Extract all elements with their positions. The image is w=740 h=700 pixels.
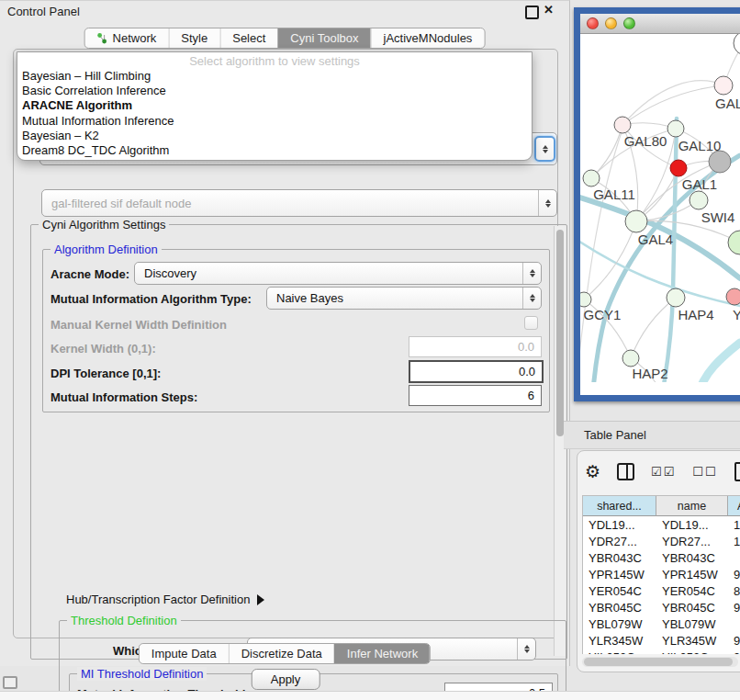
- hub-definition-toggle[interactable]: Hub/Transcription Factor Definition: [66, 593, 264, 606]
- dpi-tolerance-label: DPI Tolerance [0,1]:: [50, 367, 161, 380]
- dropdown-option[interactable]: Bayesian – K2: [17, 129, 532, 143]
- tab-network[interactable]: Network: [85, 28, 169, 48]
- column-header[interactable]: A: [728, 496, 740, 516]
- aracne-mode-label: Aracne Mode:: [50, 267, 129, 281]
- network-node-hap4[interactable]: [667, 288, 685, 307]
- close-panel-icon[interactable]: ✕: [544, 3, 554, 17]
- zoom-window-icon[interactable]: [623, 17, 635, 29]
- network-node[interactable]: [734, 34, 740, 55]
- float-panel-icon[interactable]: [525, 6, 539, 19]
- screenshot-stage: Control Panel ✕ NetworkStyleSelectCyni T…: [0, 0, 740, 700]
- table-cell: 13: [728, 516, 740, 533]
- cyni-algorithm-settings-group: Cyni Algorithm Settings Algorithm Defini…: [30, 224, 567, 660]
- dropdown-option[interactable]: Dream8 DC_TDC Algorithm: [17, 143, 532, 158]
- mi-steps-label: Mutual Information Steps:: [50, 390, 197, 404]
- scrollbar-thumb[interactable]: [584, 658, 733, 666]
- network-node-gal[interactable]: [714, 76, 733, 95]
- window-titlebar[interactable]: [580, 14, 740, 34]
- network-node-gal80[interactable]: [614, 117, 631, 133]
- gear-icon[interactable]: ⚙: [585, 463, 600, 480]
- network-node-gcy1[interactable]: [580, 292, 591, 307]
- aracne-mode-select[interactable]: Discovery: [134, 262, 542, 285]
- table-cell: YIL052C: [656, 649, 728, 654]
- network-canvas[interactable]: GALGAL80GAL10GAL1GAL11SWI4GAL4GCY1HAP4YH…: [580, 34, 740, 382]
- node-label: GAL10: [678, 138, 722, 153]
- combo-stepper-icon[interactable]: [522, 263, 541, 284]
- columns-icon[interactable]: [617, 463, 634, 480]
- algorithm-dropdown-popup: Select algorithm to view settings Bayesi…: [17, 51, 533, 161]
- close-window-icon[interactable]: [587, 17, 599, 29]
- table-cell: [728, 549, 740, 566]
- tab-discretize-data[interactable]: Discretize Data: [229, 644, 334, 663]
- table-row[interactable]: YLR345WYLR345W9.: [583, 632, 740, 649]
- table-row[interactable]: YBR043CYBR043C: [583, 549, 740, 566]
- dpi-tolerance-field[interactable]: 0.0: [409, 360, 544, 383]
- control-panel-title: Control Panel: [7, 5, 80, 18]
- kernel-width-field: 0.0: [409, 336, 542, 357]
- table-toolbar: ⚙ ☑☑ ☐☐: [585, 462, 740, 481]
- dropdown-option[interactable]: Bayesian – Hill Climbing: [17, 69, 532, 84]
- table-row[interactable]: YDR27...YDR27...12: [583, 533, 740, 549]
- network-node-gal10[interactable]: [667, 120, 684, 137]
- network-node-y[interactable]: [726, 288, 740, 305]
- network-node-swi4[interactable]: [690, 191, 708, 209]
- checked-columns-icon[interactable]: ☑☑: [651, 465, 676, 479]
- table-cell: [728, 615, 740, 632]
- status-strip: [0, 691, 740, 700]
- network-node-gal4[interactable]: [625, 210, 647, 232]
- table-horizontal-scrollbar[interactable]: [582, 657, 738, 667]
- manual-kernel-width-label: Manual Kernel Width Definition: [50, 318, 227, 332]
- node-label: HAP4: [678, 307, 713, 322]
- network-node-hap2[interactable]: [622, 350, 639, 367]
- node-label: GAL80: [624, 133, 667, 149]
- table-header-row: shared...nameA: [583, 496, 740, 516]
- table-row[interactable]: YPR145WYPR145W9.: [583, 566, 740, 582]
- node-table[interactable]: shared...nameA YDL19...YDL19...13YDR27..…: [582, 495, 740, 654]
- tab-impute-data[interactable]: Impute Data: [140, 644, 229, 663]
- table-cell: YDR27...: [583, 533, 656, 549]
- combo-stepper-icon[interactable]: [522, 288, 541, 309]
- mi-algorithm-type-select[interactable]: Naive Bayes: [266, 287, 542, 310]
- tab-infer-network[interactable]: Infer Network: [334, 644, 430, 663]
- tab-select[interactable]: Select: [219, 28, 277, 48]
- mi-steps-field[interactable]: 6: [409, 385, 542, 406]
- unchecked-columns-icon[interactable]: ☐☐: [692, 465, 717, 479]
- apply-button[interactable]: Apply: [252, 669, 320, 690]
- minimize-window-icon[interactable]: [605, 17, 617, 29]
- column-header[interactable]: shared...: [583, 496, 656, 516]
- mi-algorithm-type-label: Mutual Information Algorithm Type:: [50, 292, 252, 306]
- tab-jactivemnodules[interactable]: jActiveMNodules: [371, 28, 485, 48]
- network-node-gal11[interactable]: [583, 170, 600, 186]
- table-cell: YPR145W: [656, 566, 728, 582]
- table-row[interactable]: YER054CYER054C8.: [583, 582, 740, 599]
- combo-stepper-icon[interactable]: [534, 136, 555, 162]
- collapsed-panel-icon[interactable]: [3, 676, 17, 689]
- table-row[interactable]: YDL19...YDL19...13: [583, 516, 740, 533]
- manual-kernel-width-checkbox[interactable]: [524, 316, 538, 330]
- dropdown-option[interactable]: Basic Correlation Inference: [17, 84, 532, 98]
- document-icon[interactable]: [734, 462, 740, 481]
- network-node-gal1[interactable]: [670, 160, 687, 176]
- tab-style[interactable]: Style: [168, 28, 219, 48]
- control-panel-tabbar: NetworkStyleSelectCyni ToolboxjActiveMNo…: [84, 28, 486, 49]
- table-cell: YLR345W: [656, 632, 728, 649]
- table-row[interactable]: YIL052CYIL052C9.: [583, 649, 740, 654]
- network-node[interactable]: [709, 151, 731, 173]
- tab-cyni-toolbox[interactable]: Cyni Toolbox: [277, 28, 370, 48]
- table-row[interactable]: YBL079WYBL079W: [583, 615, 740, 632]
- dropdown-option[interactable]: Mutual Information Inference: [17, 114, 532, 129]
- network-node[interactable]: [728, 231, 740, 254]
- expand-arrow-icon: [257, 594, 264, 605]
- scrollbar-thumb[interactable]: [556, 230, 564, 436]
- network-combobox[interactable]: gal-filtered sif default node: [41, 189, 557, 217]
- table-cell: YBR043C: [583, 549, 656, 566]
- table-cell: YBR045C: [656, 599, 728, 615]
- column-header[interactable]: name: [656, 496, 728, 516]
- mi-threshold-definition-legend: MI Threshold Definition: [77, 667, 207, 681]
- dropdown-option[interactable]: ARACNE Algorithm: [17, 98, 532, 113]
- dropdown-options: Bayesian – Hill ClimbingBasic Correlatio…: [17, 69, 532, 158]
- table-cell: YBR045C: [583, 599, 656, 615]
- combo-stepper-icon[interactable]: [538, 190, 556, 216]
- combo-stepper-icon[interactable]: [517, 638, 535, 660]
- table-row[interactable]: YBR045CYBR045C9.: [583, 599, 740, 615]
